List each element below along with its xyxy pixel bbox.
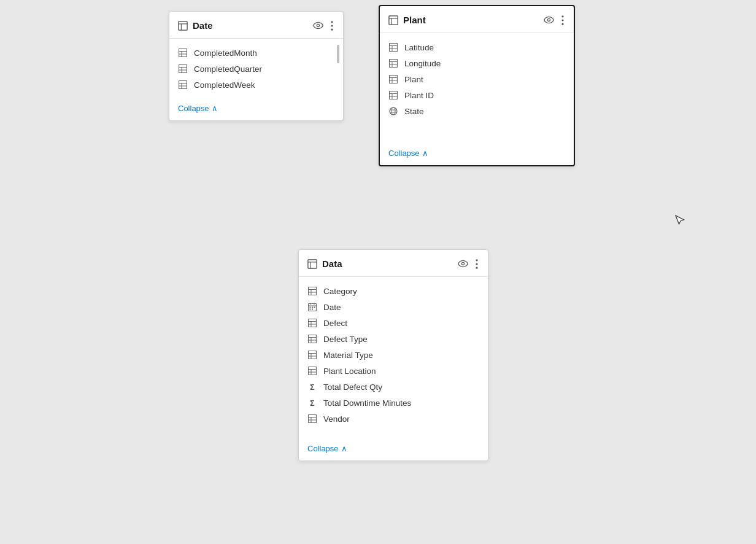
list-item: Vendor bbox=[307, 411, 479, 427]
list-item: CompletedMonth bbox=[178, 45, 334, 61]
chevron-up-icon: ∧ bbox=[341, 444, 347, 453]
table-icon bbox=[307, 414, 317, 424]
svg-point-4 bbox=[331, 21, 333, 23]
plant-collapse-button[interactable]: Collapse ∧ bbox=[380, 144, 574, 165]
table-icon bbox=[307, 318, 317, 328]
date-card-db-icon bbox=[178, 21, 188, 31]
list-item: Σ Total Defect Qty bbox=[307, 379, 479, 395]
svg-rect-66 bbox=[309, 319, 317, 327]
table-icon bbox=[307, 334, 317, 344]
plant-card-title: Plant bbox=[403, 15, 538, 25]
svg-rect-11 bbox=[179, 65, 187, 73]
table-icon bbox=[307, 366, 317, 376]
date-eye-button[interactable] bbox=[312, 19, 325, 32]
table-icon bbox=[307, 350, 317, 360]
svg-rect-61 bbox=[310, 307, 311, 308]
date-card-title: Date bbox=[193, 20, 307, 31]
list-item: Date bbox=[307, 299, 479, 315]
plant-card-db-icon bbox=[388, 15, 398, 25]
field-name: Longitude bbox=[404, 59, 441, 68]
svg-rect-15 bbox=[179, 81, 187, 89]
sigma-icon: Σ bbox=[307, 382, 317, 392]
svg-point-25 bbox=[561, 23, 563, 25]
date-header-actions bbox=[312, 19, 334, 32]
field-name: Total Defect Qty bbox=[323, 383, 382, 392]
plant-more-button[interactable] bbox=[560, 14, 565, 26]
table-icon bbox=[178, 64, 188, 74]
mouse-cursor bbox=[675, 215, 685, 227]
date-more-button[interactable] bbox=[330, 20, 334, 32]
svg-point-43 bbox=[392, 107, 395, 115]
data-collapse-button[interactable]: Collapse ∧ bbox=[299, 439, 488, 460]
field-name: Total Downtime Minutes bbox=[323, 398, 411, 408]
svg-rect-78 bbox=[309, 367, 317, 375]
svg-rect-64 bbox=[310, 309, 311, 310]
svg-rect-38 bbox=[390, 91, 398, 99]
date-card-body: CompletedMonth CompletedQuarter bbox=[169, 39, 343, 99]
list-item: Defect Type bbox=[307, 331, 479, 347]
list-item: Plant ID bbox=[388, 87, 565, 103]
field-name: Latitude bbox=[404, 43, 434, 52]
date-card: Date bbox=[169, 11, 344, 121]
field-name: CompletedQuarter bbox=[194, 64, 262, 74]
data-eye-button[interactable] bbox=[457, 257, 469, 270]
plant-card-body: Latitude Longitude bbox=[380, 33, 574, 144]
svg-point-51 bbox=[476, 263, 477, 265]
table-icon bbox=[307, 286, 317, 296]
svg-rect-74 bbox=[309, 351, 317, 359]
field-name: State bbox=[404, 107, 424, 116]
svg-point-24 bbox=[561, 19, 563, 21]
field-name: Material Type bbox=[323, 351, 373, 360]
data-more-button[interactable] bbox=[474, 258, 479, 270]
chevron-up-icon: ∧ bbox=[212, 104, 218, 113]
list-item: Σ Total Downtime Minutes bbox=[307, 395, 479, 411]
field-name: Date bbox=[323, 303, 341, 312]
svg-point-6 bbox=[331, 28, 333, 30]
table-icon bbox=[178, 80, 188, 90]
svg-rect-63 bbox=[314, 307, 315, 308]
plant-header-actions bbox=[542, 14, 565, 26]
list-item: Latitude bbox=[388, 39, 565, 55]
svg-rect-65 bbox=[312, 309, 313, 310]
svg-point-3 bbox=[317, 24, 319, 26]
list-item: Longitude bbox=[388, 55, 565, 71]
svg-point-42 bbox=[390, 107, 397, 115]
data-card-db-icon bbox=[307, 259, 317, 269]
list-item: State bbox=[388, 103, 565, 119]
field-name: Category bbox=[323, 287, 357, 296]
plant-eye-button[interactable] bbox=[542, 14, 555, 26]
table-icon bbox=[178, 48, 188, 58]
svg-point-22 bbox=[547, 18, 550, 21]
svg-point-52 bbox=[476, 266, 477, 268]
table-icon bbox=[388, 42, 398, 52]
date-collapse-button[interactable]: Collapse ∧ bbox=[169, 99, 343, 120]
list-item: Defect bbox=[307, 315, 479, 331]
list-item: Plant bbox=[388, 71, 565, 87]
calendar-icon bbox=[307, 302, 317, 312]
table-icon bbox=[388, 90, 398, 100]
date-scrollbar[interactable] bbox=[337, 45, 339, 80]
svg-point-50 bbox=[476, 259, 477, 261]
field-name: CompletedMonth bbox=[194, 49, 257, 58]
svg-rect-46 bbox=[308, 259, 317, 268]
field-name: Plant ID bbox=[404, 91, 434, 100]
svg-rect-19 bbox=[389, 15, 398, 24]
data-card-title: Data bbox=[322, 258, 452, 269]
svg-rect-30 bbox=[390, 60, 398, 68]
svg-point-49 bbox=[461, 262, 464, 265]
svg-rect-62 bbox=[312, 307, 313, 308]
date-card-header: Date bbox=[169, 12, 343, 39]
plant-card-header: Plant bbox=[380, 6, 574, 33]
svg-rect-0 bbox=[179, 21, 187, 29]
chevron-up-icon: ∧ bbox=[422, 149, 428, 158]
list-item: Category bbox=[307, 283, 479, 299]
plant-card: Plant bbox=[379, 5, 575, 166]
svg-point-5 bbox=[331, 25, 333, 26]
svg-rect-34 bbox=[390, 76, 398, 84]
field-name: Vendor bbox=[323, 414, 350, 424]
svg-point-23 bbox=[561, 15, 563, 17]
svg-rect-70 bbox=[309, 335, 317, 343]
data-card: Data bbox=[298, 249, 488, 461]
list-item: CompletedQuarter bbox=[178, 61, 334, 77]
svg-rect-26 bbox=[390, 44, 398, 52]
